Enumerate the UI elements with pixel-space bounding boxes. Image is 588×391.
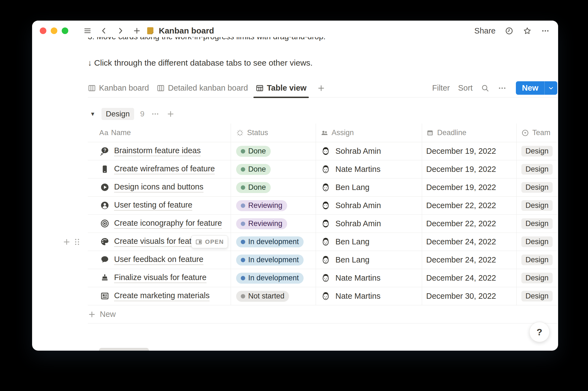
column-header-name[interactable]: Aa Name — [88, 129, 231, 137]
status-pill[interactable]: Done — [236, 164, 271, 175]
deadline-cell[interactable]: December 24, 2022 — [422, 251, 516, 269]
status-label: Done — [248, 147, 266, 155]
deadline-cell[interactable]: December 22, 2022 — [422, 197, 516, 214]
task-name-cell[interactable]: Design icons and buttons — [88, 178, 231, 196]
tab-label: Detailed kanban board — [168, 83, 248, 93]
team-cell[interactable]: Design — [516, 142, 557, 160]
status-pill[interactable]: In development — [236, 236, 304, 247]
team-cell[interactable]: Design — [516, 269, 557, 287]
assign-cell[interactable]: Nate Martins — [316, 269, 422, 287]
open-button[interactable]: OPEN — [191, 235, 228, 248]
status-cell[interactable]: In development — [231, 269, 316, 287]
deadline-cell[interactable]: December 19, 2022 — [422, 160, 516, 178]
side-peek-icon — [195, 238, 202, 245]
back-icon[interactable] — [99, 26, 109, 36]
status-pill[interactable]: Reviewing — [236, 218, 287, 229]
collapse-triangle-icon[interactable]: ▼ — [90, 111, 95, 117]
column-header-assign[interactable]: Assign — [316, 129, 422, 137]
assign-cell[interactable]: Sohrab Amin — [316, 215, 422, 233]
zoom-button[interactable] — [62, 27, 68, 34]
clipped-bottom-element — [99, 348, 149, 351]
tab-table-view[interactable]: Table view — [252, 79, 310, 97]
status-cell[interactable]: Done — [231, 142, 316, 160]
view-more-icon[interactable] — [498, 84, 507, 93]
team-pill: Design — [521, 291, 553, 301]
filter-button[interactable]: Filter — [432, 83, 450, 93]
deadline-cell[interactable]: December 24, 2022 — [422, 233, 516, 251]
deadline-cell[interactable]: December 24, 2022 — [422, 269, 516, 287]
task-name-cell[interactable]: ? Brainstorm feature ideas — [88, 142, 231, 160]
team-cell[interactable]: Design — [516, 215, 557, 233]
status-cell[interactable]: Not started — [231, 287, 316, 305]
search-icon[interactable] — [481, 84, 490, 93]
task-name-cell[interactable]: Create marketing materials — [88, 287, 231, 305]
assign-cell[interactable]: Nate Martins — [316, 287, 422, 305]
task-name-cell[interactable]: User feedback on feature — [88, 251, 231, 269]
assign-cell[interactable]: Ben Lang — [316, 233, 422, 251]
task-icon — [100, 219, 110, 229]
sort-button[interactable]: Sort — [458, 83, 473, 93]
group-more-icon[interactable] — [151, 109, 160, 119]
status-pill[interactable]: In development — [236, 273, 304, 284]
new-button[interactable]: New — [516, 81, 544, 95]
status-cell[interactable]: Done — [231, 160, 316, 178]
favorite-star-icon[interactable] — [522, 26, 532, 35]
deadline-cell[interactable]: December 19, 2022 — [422, 178, 516, 196]
status-pill[interactable]: In development — [236, 255, 304, 266]
share-button[interactable]: Share — [474, 26, 496, 35]
group-add-icon[interactable] — [166, 109, 175, 119]
close-button[interactable] — [40, 27, 46, 34]
status-pill[interactable]: Done — [236, 146, 271, 157]
new-page-icon[interactable] — [132, 26, 142, 36]
breadcrumb[interactable]: Kanban board — [146, 26, 214, 35]
deadline-cell[interactable]: December 19, 2022 — [422, 142, 516, 160]
status-dot-icon — [241, 276, 245, 280]
status-cell[interactable]: Reviewing — [231, 215, 316, 233]
assign-cell[interactable]: Sohrab Amin — [316, 197, 422, 214]
help-button[interactable]: ? — [529, 322, 550, 342]
drag-handle-icon[interactable] — [73, 238, 81, 246]
task-name-cell[interactable]: Create iconography for feature — [88, 215, 231, 233]
column-header-status[interactable]: Status — [231, 129, 316, 137]
minimize-button[interactable] — [51, 27, 57, 34]
team-cell[interactable]: Design — [516, 160, 557, 178]
column-header-team[interactable]: Team — [516, 129, 557, 137]
titlebar: Kanban board Share — [32, 21, 558, 37]
assign-cell[interactable]: Sohrab Amin — [316, 142, 422, 160]
task-name-cell[interactable]: User testing of feature — [88, 197, 231, 214]
new-row-button[interactable]: New — [88, 305, 557, 323]
task-name-cell[interactable]: Finalize visuals for feature — [88, 269, 231, 287]
status-pill[interactable]: Done — [236, 182, 271, 193]
assign-cell[interactable]: Ben Lang — [316, 251, 422, 269]
status-pill[interactable]: Not started — [236, 291, 289, 302]
updates-clock-icon[interactable] — [504, 26, 514, 35]
status-cell[interactable]: Done — [231, 178, 316, 196]
add-view-icon[interactable] — [313, 79, 329, 97]
status-cell[interactable]: In development — [231, 233, 316, 251]
task-name-cell[interactable]: Create wireframes of feature — [88, 160, 231, 178]
page-icon — [146, 26, 155, 35]
assign-cell[interactable]: Ben Lang — [316, 178, 422, 196]
deadline-cell[interactable]: December 30, 2022 — [422, 287, 516, 305]
status-cell[interactable]: Reviewing — [231, 197, 316, 214]
team-cell[interactable]: Design — [516, 251, 557, 269]
status-pill[interactable]: Reviewing — [236, 200, 287, 211]
team-cell[interactable]: Design — [516, 233, 557, 251]
more-options-icon[interactable] — [541, 26, 550, 35]
add-row-handle-icon[interactable] — [63, 238, 71, 246]
column-header-deadline[interactable]: Deadline — [422, 129, 516, 137]
team-cell[interactable]: Design — [516, 287, 557, 305]
team-cell[interactable]: Design — [516, 197, 557, 214]
tab-kanban-board[interactable]: Kanban board — [84, 79, 153, 97]
new-dropdown-chevron-icon[interactable] — [545, 81, 557, 95]
assign-cell[interactable]: Nate Martins — [316, 160, 422, 178]
sidebar-menu-icon[interactable] — [83, 26, 92, 36]
tab-detailed-kanban-board[interactable]: Detailed kanban board — [153, 79, 252, 97]
deadline-cell[interactable]: December 22, 2022 — [422, 215, 516, 233]
status-cell[interactable]: In development — [231, 251, 316, 269]
task-icon — [100, 237, 110, 247]
group-name-pill[interactable]: Design — [101, 108, 134, 120]
forward-icon[interactable] — [115, 26, 125, 36]
tab-label: Kanban board — [99, 83, 149, 93]
team-cell[interactable]: Design — [516, 178, 557, 196]
